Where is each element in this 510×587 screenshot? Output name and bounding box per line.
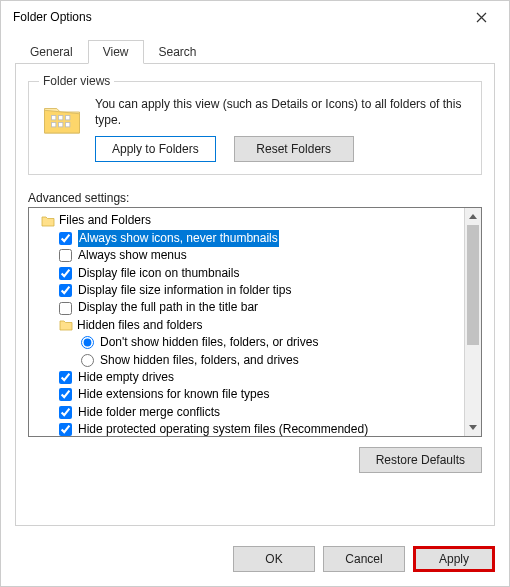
setting-checkbox[interactable] bbox=[59, 249, 72, 262]
setting-item[interactable]: Hide protected operating system files (R… bbox=[33, 421, 464, 436]
setting-item[interactable]: Hide folder merge conflicts bbox=[33, 404, 464, 421]
setting-checkbox[interactable] bbox=[59, 302, 72, 315]
scroll-down-button[interactable] bbox=[465, 419, 481, 436]
setting-item[interactable]: Show hidden files, folders, and drives bbox=[33, 352, 464, 369]
setting-item[interactable]: Always show menus bbox=[33, 247, 464, 264]
setting-label: Hide extensions for known file types bbox=[78, 386, 269, 403]
titlebar: Folder Options bbox=[1, 1, 509, 33]
chevron-up-icon bbox=[469, 214, 477, 219]
setting-item[interactable]: Display the full path in the title bar bbox=[33, 299, 464, 316]
window-title: Folder Options bbox=[13, 10, 461, 24]
setting-item[interactable]: Don't show hidden files, folders, or dri… bbox=[33, 334, 464, 351]
setting-checkbox[interactable] bbox=[59, 406, 72, 419]
scroll-up-button[interactable] bbox=[465, 208, 481, 225]
scroll-thumb[interactable] bbox=[467, 225, 479, 345]
setting-label: Hide empty drives bbox=[78, 369, 174, 386]
tab-general[interactable]: General bbox=[15, 40, 88, 64]
dialog-body: General View Search Folder views bbox=[1, 33, 509, 538]
setting-label: Show hidden files, folders, and drives bbox=[100, 352, 299, 369]
setting-item[interactable]: Hide extensions for known file types bbox=[33, 386, 464, 403]
setting-label: Display the full path in the title bar bbox=[78, 299, 258, 316]
tab-panel-view: Folder views bbox=[15, 63, 495, 526]
folder-icon bbox=[59, 318, 73, 332]
folder-views-legend: Folder views bbox=[39, 74, 114, 88]
advanced-settings-label: Advanced settings: bbox=[28, 191, 482, 205]
scroll-track[interactable] bbox=[465, 225, 481, 419]
setting-label: Always show icons, never thumbnails bbox=[78, 230, 279, 247]
svg-rect-5 bbox=[66, 123, 70, 127]
setting-label: Hide folder merge conflicts bbox=[78, 404, 220, 421]
setting-item[interactable]: Display file icon on thumbnails bbox=[33, 265, 464, 282]
setting-item[interactable]: Always show icons, never thumbnails bbox=[33, 230, 464, 247]
tabs: General View Search bbox=[15, 39, 495, 63]
dialog-buttons: OK Cancel Apply bbox=[1, 538, 509, 586]
chevron-down-icon bbox=[469, 425, 477, 430]
tab-view[interactable]: View bbox=[88, 40, 144, 64]
setting-checkbox[interactable] bbox=[59, 388, 72, 401]
setting-checkbox[interactable] bbox=[59, 232, 72, 245]
setting-checkbox[interactable] bbox=[59, 423, 72, 436]
setting-checkbox[interactable] bbox=[59, 284, 72, 297]
apply-to-folders-button[interactable]: Apply to Folders bbox=[95, 136, 216, 162]
svg-rect-3 bbox=[52, 123, 56, 127]
folder-options-window: Folder Options General View Search Folde… bbox=[0, 0, 510, 587]
setting-checkbox[interactable] bbox=[59, 267, 72, 280]
setting-item[interactable]: Hide empty drives bbox=[33, 369, 464, 386]
close-button[interactable] bbox=[461, 3, 501, 31]
cancel-button[interactable]: Cancel bbox=[323, 546, 405, 572]
advanced-settings-section: Advanced settings: Files and FoldersAlwa… bbox=[28, 187, 482, 473]
svg-rect-0 bbox=[52, 116, 56, 120]
restore-defaults-button[interactable]: Restore Defaults bbox=[359, 447, 482, 473]
ok-button[interactable]: OK bbox=[233, 546, 315, 572]
setting-label: Display file size information in folder … bbox=[78, 282, 291, 299]
apply-button[interactable]: Apply bbox=[413, 546, 495, 572]
setting-label: Hidden files and folders bbox=[77, 317, 202, 334]
reset-folders-button[interactable]: Reset Folders bbox=[234, 136, 354, 162]
advanced-settings-list[interactable]: Files and FoldersAlways show icons, neve… bbox=[28, 207, 482, 437]
setting-item[interactable]: Display file size information in folder … bbox=[33, 282, 464, 299]
scrollbar[interactable] bbox=[464, 208, 481, 436]
setting-label: Files and Folders bbox=[59, 212, 151, 229]
setting-radio[interactable] bbox=[81, 336, 94, 349]
setting-label: Don't show hidden files, folders, or dri… bbox=[100, 334, 318, 351]
folder-views-description: You can apply this view (such as Details… bbox=[95, 96, 471, 128]
svg-rect-4 bbox=[59, 123, 63, 127]
tab-search[interactable]: Search bbox=[144, 40, 212, 64]
setting-label: Always show menus bbox=[78, 247, 187, 264]
folder-icon bbox=[41, 214, 55, 228]
close-icon bbox=[476, 12, 487, 23]
setting-label: Display file icon on thumbnails bbox=[78, 265, 239, 282]
folder-views-group: Folder views bbox=[28, 74, 482, 175]
svg-rect-2 bbox=[66, 116, 70, 120]
setting-label: Hide protected operating system files (R… bbox=[78, 421, 368, 436]
setting-item[interactable]: Hidden files and folders bbox=[33, 317, 464, 334]
setting-checkbox[interactable] bbox=[59, 371, 72, 384]
folder-views-icon bbox=[39, 96, 85, 142]
setting-radio[interactable] bbox=[81, 354, 94, 367]
svg-rect-1 bbox=[59, 116, 63, 120]
setting-group[interactable]: Files and Folders bbox=[33, 212, 464, 229]
